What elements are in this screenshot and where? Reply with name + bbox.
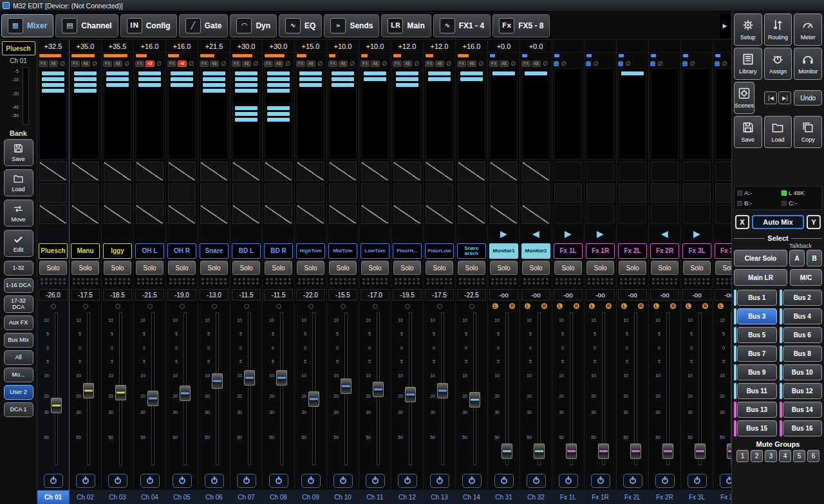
dyn-display[interactable] bbox=[458, 205, 485, 224]
insert-display[interactable] bbox=[361, 183, 389, 203]
channel-name[interactable]: Fx 1R bbox=[586, 243, 615, 259]
channel-name[interactable]: LowTom bbox=[360, 243, 389, 259]
fader-cap[interactable] bbox=[662, 443, 673, 459]
gate-display[interactable] bbox=[39, 162, 67, 181]
insert-display[interactable] bbox=[458, 183, 485, 203]
solo-button[interactable]: Solo bbox=[490, 261, 518, 275]
phantom-48v-badge[interactable]: 48 bbox=[49, 61, 57, 67]
channel-on-button[interactable] bbox=[108, 474, 127, 488]
channel-name[interactable]: Pluesch bbox=[39, 243, 68, 259]
phantom-48v-badge[interactable]: 48 bbox=[178, 61, 186, 67]
channel-number-label[interactable]: Fx 1L bbox=[552, 490, 584, 504]
pan-display[interactable] bbox=[426, 226, 453, 241]
dyn-display[interactable] bbox=[329, 205, 357, 224]
fx-insert-badge[interactable]: FX bbox=[521, 61, 530, 67]
phase-invert-badge[interactable]: ∅ bbox=[657, 61, 664, 67]
gain-value[interactable]: +10.0 bbox=[359, 40, 391, 53]
channel-number-label[interactable]: Ch 04 bbox=[134, 490, 165, 504]
monitor-button[interactable]: Monitor bbox=[794, 48, 822, 80]
channel-fader[interactable]: 1050510203050 bbox=[134, 302, 165, 472]
gain-value[interactable]: +16.0 bbox=[456, 40, 487, 53]
phantom-48v-badge[interactable]: 48 bbox=[81, 61, 89, 67]
dyn-display[interactable] bbox=[715, 205, 731, 224]
fader-cap[interactable] bbox=[244, 370, 255, 386]
tab-dyn[interactable]: ◠Dyn bbox=[230, 14, 277, 37]
gate-display[interactable] bbox=[265, 162, 292, 181]
bus-button-bus-9[interactable]: Bus 9 bbox=[737, 364, 777, 380]
phase-invert-badge[interactable]: ∅ bbox=[592, 61, 600, 67]
pan-knob[interactable] bbox=[341, 304, 346, 309]
dyn-display[interactable] bbox=[490, 205, 518, 224]
dyn-display[interactable] bbox=[104, 205, 131, 224]
fx-insert-badge[interactable]: FX bbox=[457, 61, 466, 67]
fx-insert-badge[interactable]: FX bbox=[200, 61, 209, 67]
dyn-display[interactable] bbox=[200, 205, 228, 224]
phantom-48v-badge[interactable]: 48 bbox=[210, 61, 218, 67]
pan-display[interactable] bbox=[619, 226, 646, 241]
channel-name[interactable]: Fx 3R bbox=[715, 243, 731, 259]
solo-button[interactable]: Solo bbox=[458, 261, 485, 275]
fader-track[interactable] bbox=[248, 312, 251, 465]
dyn-display[interactable] bbox=[136, 205, 164, 224]
view-button-aux-fx[interactable]: Aux FX bbox=[4, 315, 33, 330]
fader-cap[interactable] bbox=[115, 385, 126, 400]
prev-scene-button[interactable]: |◀ bbox=[764, 91, 777, 104]
tab-overflow-button[interactable]: ▶ bbox=[720, 14, 730, 38]
fader-value[interactable]: -17.0 bbox=[360, 289, 389, 301]
pan-display[interactable]: ▶ bbox=[490, 226, 518, 241]
channel-number-label[interactable]: Ch 32 bbox=[520, 490, 552, 504]
pan-display[interactable] bbox=[265, 226, 292, 241]
channel-name[interactable]: Snare arsch bbox=[457, 243, 486, 259]
fx-insert-badge[interactable]: FX bbox=[103, 61, 112, 67]
fader-track[interactable] bbox=[602, 312, 605, 465]
gain-value[interactable]: +35.0 bbox=[70, 40, 101, 53]
gate-display[interactable] bbox=[522, 162, 550, 181]
pan-knob[interactable] bbox=[276, 304, 281, 309]
fx-insert-badge[interactable]: FX bbox=[167, 61, 176, 67]
channel-fader[interactable]: LR1050510203050 bbox=[649, 302, 680, 472]
dyn-display[interactable] bbox=[265, 205, 292, 224]
channel-fader[interactable]: 1050510203050 bbox=[391, 302, 423, 472]
gain-value[interactable]: +32.5 bbox=[37, 40, 69, 53]
fader-value[interactable]: -oo bbox=[489, 289, 518, 301]
channel-on-button[interactable] bbox=[462, 474, 482, 488]
pan-display[interactable] bbox=[715, 226, 731, 241]
insert-display[interactable] bbox=[39, 183, 67, 203]
view-button-mo[interactable]: Mo... bbox=[4, 368, 33, 382]
channel-number-label[interactable]: Fx 2L bbox=[617, 490, 648, 504]
gate-display[interactable] bbox=[554, 162, 582, 181]
load-button[interactable]: Load bbox=[764, 116, 792, 148]
solo-button[interactable]: Solo bbox=[71, 261, 99, 275]
pan-display[interactable]: ▶ bbox=[586, 226, 614, 241]
channel-name[interactable]: Iggy bbox=[103, 243, 132, 259]
dyn-display[interactable] bbox=[554, 205, 582, 224]
channel-on-button[interactable] bbox=[76, 474, 95, 488]
fader-cap[interactable] bbox=[212, 373, 223, 389]
channel-number-label[interactable]: Fx 1R bbox=[585, 490, 616, 504]
gain-value[interactable]: +16.0 bbox=[166, 40, 198, 53]
channel-on-button[interactable] bbox=[720, 474, 732, 488]
fader-track[interactable] bbox=[55, 312, 58, 465]
channel-on-button[interactable] bbox=[527, 474, 546, 488]
solo-button[interactable]: Solo bbox=[168, 261, 196, 275]
channel-number-label[interactable]: Ch 02 bbox=[70, 490, 101, 504]
bus-button-bus-13[interactable]: Bus 13 bbox=[737, 402, 777, 418]
solo-button[interactable]: Solo bbox=[329, 261, 357, 275]
insert-display[interactable] bbox=[715, 183, 731, 203]
phantom-48v-badge[interactable]: 48 bbox=[306, 61, 315, 67]
bus-button-bus-4[interactable]: Bus 4 bbox=[783, 308, 823, 324]
fader-value[interactable]: -22.5 bbox=[457, 289, 486, 301]
solo-button[interactable]: Solo bbox=[361, 261, 389, 275]
channel-fader[interactable]: 1050510203050 bbox=[166, 302, 198, 472]
fader-cap[interactable] bbox=[437, 383, 448, 398]
phase-invert-badge[interactable]: ∅ bbox=[156, 61, 164, 67]
channel-number-label[interactable]: Ch 03 bbox=[102, 490, 133, 504]
fader-track[interactable] bbox=[312, 312, 315, 465]
fx-insert-badge[interactable]: FX bbox=[39, 61, 48, 67]
library-button[interactable]: Library bbox=[734, 48, 762, 80]
tab-eq[interactable]: ∿EQ bbox=[279, 14, 322, 37]
channel-fader[interactable]: LR1050510203050 bbox=[520, 302, 552, 472]
gate-display[interactable] bbox=[297, 162, 324, 181]
channel-name[interactable]: OH L bbox=[135, 243, 164, 259]
tab-gate[interactable]: ╱Gate bbox=[179, 14, 229, 37]
